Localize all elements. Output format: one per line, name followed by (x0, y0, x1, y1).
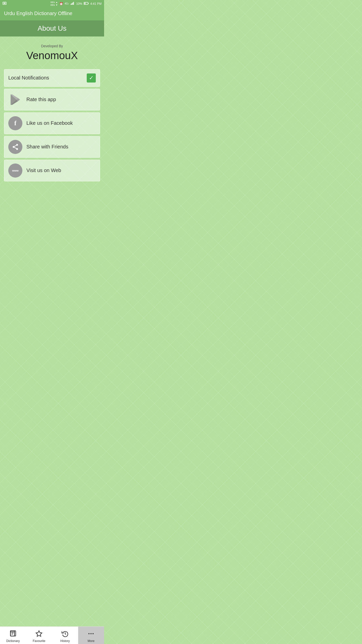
section-title: About Us (4, 24, 100, 32)
rate-app-item[interactable]: Rate this app (4, 89, 100, 110)
share-label: Share with Friends (26, 144, 96, 150)
app-bar: Urdu English Dictionary Offline (0, 8, 104, 20)
time-display: 4:41 PM (90, 2, 102, 6)
svg-line-9 (85, 2, 86, 3)
rate-app-label: Rate this app (26, 97, 96, 102)
lte-icon: 4G↕ (65, 2, 69, 5)
notifications-checkbox[interactable]: ✓ (87, 73, 96, 83)
notifications-container: Local Notifications ✓ (8, 73, 96, 83)
web-icon-circle: www (8, 164, 22, 178)
svg-line-15 (14, 145, 17, 147)
notifications-label: Local Notifications (8, 75, 87, 81)
facebook-icon: f (14, 119, 17, 127)
battery-percent: 10% (76, 2, 82, 6)
web-item[interactable]: www Visit us on Web (4, 160, 100, 181)
thumbnail-icon (3, 2, 7, 6)
share-item[interactable]: Share with Friends (4, 136, 100, 158)
status-right: 0B/s ▲0B/s ▼ ⏰ 4G↕ 10% 4:41 PM (51, 1, 102, 7)
svg-line-16 (14, 147, 17, 149)
facebook-label: Like us on Facebook (26, 120, 96, 126)
main-content: Developed By VenomouX Local Notification… (0, 36, 104, 188)
check-icon: ✓ (89, 75, 94, 81)
playstore-icon (8, 93, 22, 107)
svg-rect-2 (71, 4, 71, 5)
svg-rect-3 (72, 3, 72, 5)
share-icon (12, 143, 19, 150)
svg-rect-8 (84, 3, 85, 4)
svg-rect-1 (4, 3, 6, 4)
signal-bars (71, 2, 75, 6)
share-icon-circle (8, 140, 22, 154)
svg-rect-4 (72, 3, 73, 5)
svg-rect-5 (73, 2, 74, 5)
network-speed: 0B/s ▲0B/s ▼ (51, 1, 58, 7)
section-header: About Us (0, 20, 104, 36)
developer-name: VenomouX (4, 50, 100, 62)
status-left (3, 2, 7, 6)
alarm-icon: ⏰ (59, 2, 63, 6)
notifications-item[interactable]: Local Notifications ✓ (4, 69, 100, 87)
facebook-icon-circle: f (8, 116, 22, 130)
status-bar: 0B/s ▲0B/s ▼ ⏰ 4G↕ 10% 4:41 PM (0, 0, 104, 8)
svg-line-11 (85, 3, 86, 4)
web-icon: www (12, 169, 19, 172)
developer-label: Developed By (4, 44, 100, 48)
facebook-item[interactable]: f Like us on Facebook (4, 112, 100, 134)
battery-icon (84, 2, 89, 6)
svg-rect-7 (88, 3, 89, 4)
app-title: Urdu English Dictionary Offline (4, 11, 100, 16)
web-label: Visit us on Web (26, 168, 96, 173)
